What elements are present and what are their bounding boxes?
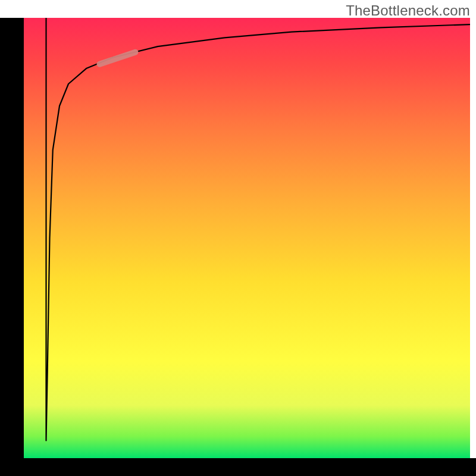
y-axis (0, 18, 24, 458)
watermark-text: TheBottleneck.com (346, 2, 470, 19)
x-axis (0, 458, 476, 476)
chart-stage: TheBottleneck.com (0, 0, 476, 476)
plot-background (24, 18, 470, 458)
chart-svg (0, 0, 476, 476)
